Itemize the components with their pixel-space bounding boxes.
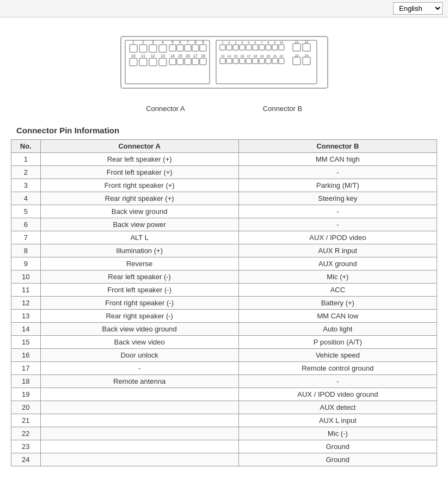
cell-connector-b: Ground — [238, 453, 437, 466]
svg-text:1: 1 — [132, 40, 134, 44]
cell-connector-b: Ground — [238, 440, 437, 453]
svg-rect-40 — [226, 45, 232, 50]
table-row: 24 Ground — [11, 453, 437, 466]
diagram-wrapper: 1 2 3 4 5 6 7 8 9 10 11 12 13 14 15 16 1… — [105, 28, 344, 113]
svg-text:10: 10 — [131, 54, 136, 58]
svg-text:18: 18 — [201, 54, 205, 58]
connector-b-label: Connector B — [234, 104, 332, 113]
cell-connector-b: Vehicle speed — [238, 349, 437, 362]
header-row: No. Connector A Connector B — [11, 140, 437, 153]
cell-connector-b: Parking (M/T) — [238, 179, 437, 192]
svg-rect-41 — [233, 45, 238, 50]
table-row: 1 Rear left speaker (+) MM CAN high — [11, 153, 437, 166]
cell-no: 12 — [11, 297, 41, 310]
svg-rect-49 — [293, 44, 300, 51]
cell-connector-a: Front left speaker (-) — [40, 284, 238, 297]
cell-connector-b: - — [238, 375, 437, 388]
svg-text:23: 23 — [294, 54, 298, 57]
svg-rect-52 — [226, 58, 232, 64]
table-body: 1 Rear left speaker (+) MM CAN high 2 Fr… — [11, 153, 437, 466]
svg-rect-51 — [220, 58, 225, 64]
cell-connector-a — [40, 440, 238, 453]
cell-no: 23 — [11, 440, 41, 453]
svg-rect-38 — [216, 40, 317, 84]
svg-rect-15 — [169, 58, 176, 65]
cell-connector-a: Door unlock — [40, 349, 238, 362]
svg-rect-43 — [246, 45, 251, 50]
svg-rect-42 — [240, 45, 245, 50]
svg-text:9: 9 — [274, 41, 276, 44]
svg-text:16: 16 — [186, 54, 190, 58]
svg-text:3: 3 — [152, 40, 154, 44]
svg-rect-60 — [279, 58, 284, 64]
svg-text:8: 8 — [194, 40, 197, 44]
cell-connector-b: Mic (-) — [238, 427, 437, 440]
table-row: 23 Ground — [11, 440, 437, 453]
cell-connector-b: AUX / IPOD video — [238, 231, 437, 244]
cell-no: 20 — [11, 401, 41, 414]
svg-rect-61 — [293, 57, 300, 65]
svg-text:13: 13 — [161, 54, 165, 58]
cell-no: 10 — [11, 270, 41, 284]
table-header: No. Connector A Connector B — [11, 140, 437, 153]
svg-rect-50 — [303, 44, 310, 51]
svg-text:18: 18 — [253, 54, 257, 58]
cell-connector-b: AUX / IPOD video ground — [238, 388, 437, 401]
cell-no: 18 — [11, 375, 41, 388]
table-row: 11 Front left speaker (-) ACC — [11, 284, 437, 297]
svg-text:12: 12 — [304, 40, 308, 44]
table-row: 18 Remote antenna - — [11, 375, 437, 388]
svg-rect-11 — [130, 58, 137, 66]
table-row: 12 Front right speaker (-) Battery (+) — [11, 297, 437, 310]
table-row: 5 Back view ground - — [11, 205, 437, 218]
cell-connector-a: Back view ground — [40, 205, 238, 218]
cell-connector-a: Remote antenna — [40, 375, 238, 388]
cell-connector-b: Mic (+) — [238, 270, 437, 284]
svg-rect-12 — [139, 58, 147, 66]
svg-rect-19 — [200, 58, 206, 65]
table-row: 20 AUX detect — [11, 401, 437, 414]
svg-text:2: 2 — [142, 40, 144, 44]
cell-connector-b: - — [238, 205, 437, 218]
table-row: 9 Reverse AUX ground — [11, 257, 437, 270]
cell-no: 22 — [11, 427, 41, 440]
cell-no: 21 — [11, 414, 41, 427]
cell-connector-a — [40, 388, 238, 401]
cell-no: 5 — [11, 205, 41, 218]
cell-connector-a: Reverse — [40, 257, 238, 270]
top-bar: English Korean Chinese Japanese — [0, 0, 448, 17]
svg-text:1: 1 — [222, 41, 224, 44]
cell-no: 7 — [11, 231, 41, 244]
table-row: 13 Rear right speaker (-) MM CAN low — [11, 310, 437, 323]
svg-text:16: 16 — [240, 54, 244, 58]
table-row: 14 Back view video ground Auto light — [11, 323, 437, 336]
svg-rect-7 — [177, 45, 183, 51]
svg-rect-39 — [220, 45, 225, 50]
svg-text:15: 15 — [234, 54, 237, 58]
table-row: 8 Illumination (+) AUX R input — [11, 244, 437, 257]
cell-connector-a — [40, 427, 238, 440]
svg-rect-0 — [121, 36, 328, 88]
svg-rect-8 — [185, 45, 191, 51]
cell-connector-a: Rear left speaker (-) — [40, 270, 238, 284]
header-connector-b: Connector B — [238, 140, 437, 153]
table-row: 3 Front right speaker (+) Parking (M/T) — [11, 179, 437, 192]
cell-connector-a: - — [40, 362, 238, 375]
svg-rect-1 — [125, 40, 210, 84]
svg-rect-4 — [149, 45, 157, 52]
svg-rect-14 — [159, 58, 167, 66]
table-row: 16 Door unlock Vehicle speed — [11, 349, 437, 362]
cell-connector-a: Rear left speaker (+) — [40, 153, 238, 166]
svg-rect-5 — [159, 45, 167, 52]
svg-text:17: 17 — [193, 54, 198, 58]
language-select[interactable]: English Korean Chinese Japanese — [393, 2, 443, 15]
cell-connector-b: Battery (+) — [238, 297, 437, 310]
table-row: 22 Mic (-) — [11, 427, 437, 440]
svg-rect-3 — [139, 45, 147, 52]
table-row: 7 ALT L AUX / IPOD video — [11, 231, 437, 244]
svg-rect-6 — [169, 45, 176, 51]
cell-connector-a — [40, 453, 238, 466]
svg-rect-57 — [259, 58, 265, 64]
svg-text:15: 15 — [178, 54, 182, 58]
svg-rect-45 — [259, 45, 265, 50]
